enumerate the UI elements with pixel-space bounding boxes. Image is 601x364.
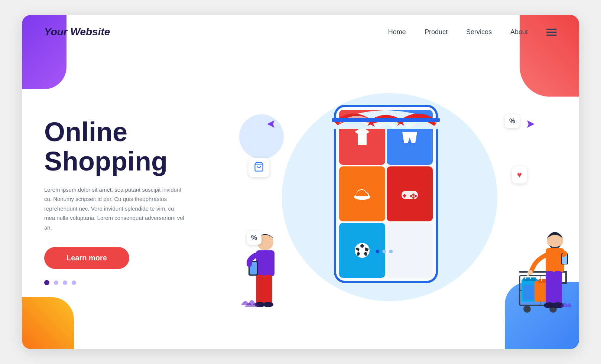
dot-3[interactable] — [63, 280, 67, 285]
heart-icon: ♥ — [517, 170, 522, 179]
svg-rect-43 — [554, 271, 562, 305]
product-card-empty — [387, 223, 433, 278]
nav-item-home[interactable]: Home — [388, 28, 406, 36]
phone-dot-1 — [376, 250, 379, 253]
dot-1[interactable] — [44, 280, 49, 285]
main-content: Online Shopping Lorem ipsum dolor sit am… — [22, 49, 579, 346]
hamburger-line-1 — [546, 29, 557, 30]
nav-item-services[interactable]: Services — [466, 28, 492, 36]
svg-point-26 — [263, 302, 273, 307]
phone-mockup — [334, 105, 438, 283]
hero-title: Online Shopping — [44, 117, 222, 176]
page-wrapper: Your Website Home Product Services About… — [22, 15, 579, 349]
phone-dot-2 — [382, 250, 386, 253]
heart-bubble: ♥ — [512, 166, 527, 183]
percent-label-right: % — [509, 117, 515, 125]
dot-2[interactable] — [54, 280, 58, 285]
phone-mockup-container — [334, 120, 438, 283]
person-left-svg — [241, 231, 286, 324]
shoe-icon — [351, 183, 373, 205]
arrow-left-decoration — [267, 120, 276, 130]
svg-point-9 — [412, 194, 415, 196]
header: Your Website Home Product Services About — [22, 15, 579, 49]
percent-bubble-left: % — [247, 231, 261, 245]
arrow-right-icon — [526, 120, 535, 128]
carousel-dots — [44, 280, 222, 285]
learn-more-button[interactable]: Learn more — [44, 247, 129, 269]
svg-rect-20 — [256, 250, 274, 276]
svg-rect-8 — [403, 195, 406, 196]
svg-marker-2 — [527, 120, 535, 128]
svg-point-10 — [415, 195, 417, 197]
gamepad-icon — [399, 183, 421, 205]
phone-screen — [336, 107, 436, 281]
logo: Your Website — [44, 26, 110, 38]
percent-label-left: % — [251, 234, 257, 241]
person-left — [241, 231, 286, 324]
person-right-with-cart — [497, 227, 549, 324]
cart-bubble — [248, 158, 269, 177]
svg-rect-23 — [256, 275, 264, 305]
arrow-right-decoration — [526, 120, 535, 130]
nav: Home Product Services About — [388, 28, 557, 36]
phone-dot-3 — [389, 250, 393, 253]
product-card-gamepad — [387, 166, 433, 221]
svg-point-41 — [527, 270, 533, 275]
svg-point-32 — [523, 305, 531, 313]
svg-rect-38 — [523, 285, 535, 300]
product-card-shoes — [339, 166, 385, 221]
svg-rect-3 — [332, 118, 440, 122]
hero-description: Lorem ipsum dolor sit amet, sea putant s… — [44, 185, 185, 233]
hamburger-line-3 — [546, 35, 557, 36]
svg-marker-1 — [267, 120, 274, 128]
nav-item-about[interactable]: About — [510, 28, 528, 36]
hero-title-line2: Shopping — [44, 146, 168, 176]
person-right-svg — [497, 227, 572, 331]
bg-blob-small — [239, 114, 284, 159]
hero-title-line1: Online — [44, 117, 127, 147]
svg-rect-5 — [355, 196, 370, 198]
svg-rect-24 — [264, 275, 272, 305]
cart-icon — [254, 162, 264, 172]
phone-carousel-dots — [376, 250, 393, 253]
percent-bubble-right: % — [505, 114, 520, 128]
svg-point-12 — [412, 196, 415, 199]
phone-canopy — [330, 99, 442, 130]
hero-illustration: % % ♥ — [222, 56, 557, 346]
dot-4[interactable] — [72, 280, 76, 285]
nav-item-product[interactable]: Product — [425, 28, 448, 36]
svg-point-11 — [410, 195, 412, 197]
hero-left: Online Shopping Lorem ipsum dolor sit am… — [44, 117, 222, 286]
canopy-svg — [330, 99, 442, 129]
soccer-icon — [351, 239, 373, 261]
hamburger-line-2 — [546, 32, 557, 33]
svg-rect-42 — [546, 271, 554, 305]
arrow-left-icon — [267, 120, 276, 128]
hamburger-menu-button[interactable] — [546, 29, 557, 36]
